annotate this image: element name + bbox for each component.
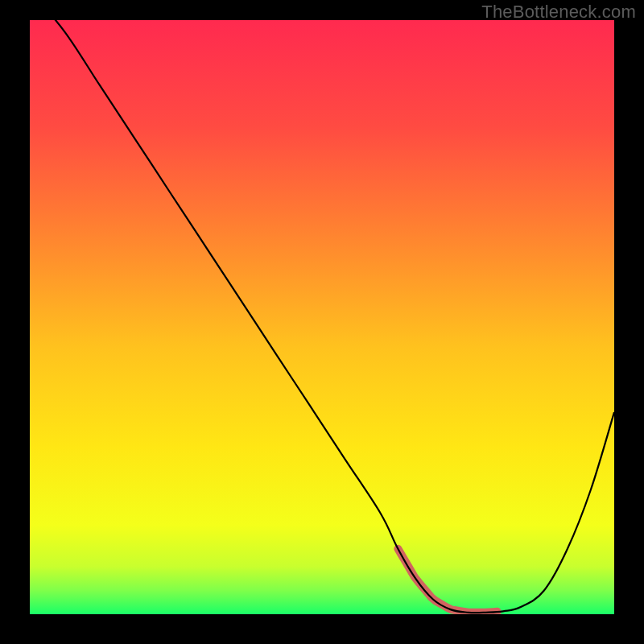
chart-background — [30, 20, 614, 614]
chart-svg — [30, 20, 614, 614]
chart-plot-area — [30, 20, 614, 614]
watermark-label: TheBottleneck.com — [481, 2, 636, 23]
